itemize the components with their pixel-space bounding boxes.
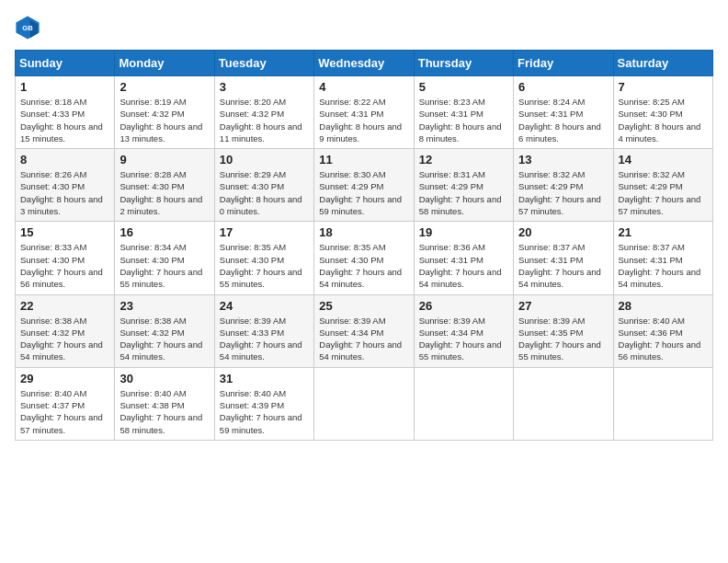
daylight-label: Daylight: 7 hours and 57 minutes.	[619, 194, 701, 216]
daylight-label: Daylight: 7 hours and 57 minutes.	[518, 194, 601, 216]
calendar-cell: 23 Sunrise: 8:38 AM Sunset: 4:32 PM Dayl…	[115, 294, 214, 367]
sunrise-label: Sunrise: 8:38 AM	[20, 316, 86, 326]
calendar-cell: 27 Sunrise: 8:39 AM Sunset: 4:35 PM Dayl…	[514, 294, 613, 367]
calendar-cell	[613, 367, 712, 440]
day-info: Sunrise: 8:23 AM Sunset: 4:31 PM Dayligh…	[419, 96, 508, 144]
weekday-header-wednesday: Wednesday	[314, 51, 414, 76]
sunrise-label: Sunrise: 8:25 AM	[619, 97, 685, 107]
daylight-label: Daylight: 8 hours and 8 minutes.	[419, 121, 502, 144]
weekday-header-thursday: Thursday	[414, 51, 513, 76]
calendar-cell: 14 Sunrise: 8:32 AM Sunset: 4:29 PM Dayl…	[613, 149, 712, 222]
daylight-label: Daylight: 7 hours and 54 minutes.	[619, 267, 701, 289]
sunrise-label: Sunrise: 8:32 AM	[518, 169, 585, 179]
sunset-label: Sunset: 4:30 PM	[220, 255, 284, 265]
day-number: 14	[619, 153, 708, 167]
day-info: Sunrise: 8:35 AM Sunset: 4:30 PM Dayligh…	[220, 241, 309, 290]
day-number: 7	[619, 80, 708, 94]
sunrise-label: Sunrise: 8:36 AM	[419, 242, 485, 252]
day-number: 2	[119, 80, 209, 94]
day-number: 8	[20, 153, 109, 167]
sunset-label: Sunset: 4:30 PM	[119, 255, 184, 265]
daylight-label: Daylight: 7 hours and 59 minutes.	[220, 412, 302, 434]
calendar-cell: 5 Sunrise: 8:23 AM Sunset: 4:31 PM Dayli…	[414, 76, 513, 149]
calendar-cell: 1 Sunrise: 8:18 AM Sunset: 4:33 PM Dayli…	[16, 76, 115, 149]
day-number: 12	[419, 153, 508, 167]
day-info: Sunrise: 8:36 AM Sunset: 4:31 PM Dayligh…	[419, 241, 508, 290]
sunset-label: Sunset: 4:32 PM	[119, 109, 184, 119]
day-number: 31	[220, 372, 309, 385]
day-info: Sunrise: 8:19 AM Sunset: 4:32 PM Dayligh…	[119, 96, 209, 144]
sunset-label: Sunset: 4:35 PM	[518, 327, 583, 338]
calendar-cell: 31 Sunrise: 8:40 AM Sunset: 4:39 PM Dayl…	[214, 367, 313, 440]
day-number: 28	[619, 299, 708, 313]
sunset-label: Sunset: 4:29 PM	[419, 181, 483, 191]
day-info: Sunrise: 8:37 AM Sunset: 4:31 PM Dayligh…	[518, 241, 608, 290]
calendar-cell: 6 Sunrise: 8:24 AM Sunset: 4:31 PM Dayli…	[514, 76, 613, 149]
sunset-label: Sunset: 4:33 PM	[220, 327, 284, 338]
sunrise-label: Sunrise: 8:39 AM	[319, 316, 385, 326]
sunrise-label: Sunrise: 8:23 AM	[419, 97, 485, 107]
weekday-header-friday: Friday	[514, 51, 613, 76]
sunset-label: Sunset: 4:34 PM	[419, 327, 483, 338]
calendar-cell	[514, 367, 613, 440]
sunrise-label: Sunrise: 8:24 AM	[518, 97, 585, 107]
daylight-label: Daylight: 8 hours and 11 minutes.	[220, 121, 302, 144]
calendar-cell: 12 Sunrise: 8:31 AM Sunset: 4:29 PM Dayl…	[414, 149, 513, 222]
day-info: Sunrise: 8:35 AM Sunset: 4:30 PM Dayligh…	[319, 241, 408, 290]
day-number: 11	[319, 153, 408, 167]
calendar-header: SundayMondayTuesdayWednesdayThursdayFrid…	[16, 51, 713, 76]
calendar-cell: 22 Sunrise: 8:38 AM Sunset: 4:32 PM Dayl…	[16, 294, 115, 367]
day-number: 29	[20, 372, 109, 385]
day-number: 1	[20, 80, 109, 94]
svg-text:GB: GB	[22, 24, 33, 32]
day-info: Sunrise: 8:40 AM Sunset: 4:39 PM Dayligh…	[220, 387, 309, 436]
daylight-label: Daylight: 8 hours and 0 minutes.	[220, 194, 302, 216]
day-number: 27	[518, 299, 608, 313]
sunrise-label: Sunrise: 8:33 AM	[20, 242, 86, 252]
sunrise-label: Sunrise: 8:40 AM	[119, 388, 186, 398]
daylight-label: Daylight: 7 hours and 54 minutes.	[220, 339, 302, 362]
day-number: 30	[119, 372, 209, 385]
calendar-cell: 11 Sunrise: 8:30 AM Sunset: 4:29 PM Dayl…	[314, 149, 414, 222]
day-info: Sunrise: 8:40 AM Sunset: 4:38 PM Dayligh…	[119, 387, 209, 436]
calendar-week-4: 22 Sunrise: 8:38 AM Sunset: 4:32 PM Dayl…	[16, 294, 713, 367]
day-info: Sunrise: 8:24 AM Sunset: 4:31 PM Dayligh…	[518, 96, 608, 144]
day-number: 3	[220, 80, 309, 94]
sunset-label: Sunset: 4:37 PM	[20, 400, 85, 410]
weekday-header-sunday: Sunday	[16, 51, 115, 76]
sunrise-label: Sunrise: 8:18 AM	[20, 97, 86, 107]
day-info: Sunrise: 8:26 AM Sunset: 4:30 PM Dayligh…	[20, 168, 109, 217]
day-number: 16	[119, 225, 209, 239]
day-info: Sunrise: 8:40 AM Sunset: 4:37 PM Dayligh…	[20, 387, 109, 436]
day-info: Sunrise: 8:37 AM Sunset: 4:31 PM Dayligh…	[619, 241, 708, 290]
sunrise-label: Sunrise: 8:32 AM	[619, 169, 685, 179]
day-info: Sunrise: 8:22 AM Sunset: 4:31 PM Dayligh…	[319, 96, 408, 144]
daylight-label: Daylight: 7 hours and 54 minutes.	[20, 339, 103, 362]
day-info: Sunrise: 8:33 AM Sunset: 4:30 PM Dayligh…	[20, 241, 109, 290]
daylight-label: Daylight: 8 hours and 2 minutes.	[119, 194, 202, 216]
sunrise-label: Sunrise: 8:29 AM	[220, 169, 286, 179]
day-info: Sunrise: 8:34 AM Sunset: 4:30 PM Dayligh…	[119, 241, 209, 290]
daylight-label: Daylight: 7 hours and 57 minutes.	[20, 412, 103, 434]
sunrise-label: Sunrise: 8:30 AM	[319, 169, 385, 179]
daylight-label: Daylight: 7 hours and 56 minutes.	[619, 339, 701, 362]
sunrise-label: Sunrise: 8:40 AM	[619, 316, 685, 326]
calendar-cell: 20 Sunrise: 8:37 AM Sunset: 4:31 PM Dayl…	[514, 222, 613, 294]
calendar-cell: 16 Sunrise: 8:34 AM Sunset: 4:30 PM Dayl…	[115, 222, 214, 294]
calendar-week-5: 29 Sunrise: 8:40 AM Sunset: 4:37 PM Dayl…	[16, 367, 713, 440]
calendar-cell: 18 Sunrise: 8:35 AM Sunset: 4:30 PM Dayl…	[314, 222, 414, 294]
calendar-cell: 17 Sunrise: 8:35 AM Sunset: 4:30 PM Dayl…	[214, 222, 313, 294]
calendar-cell: 30 Sunrise: 8:40 AM Sunset: 4:38 PM Dayl…	[115, 367, 214, 440]
calendar-cell	[414, 367, 513, 440]
day-number: 18	[319, 225, 408, 239]
day-number: 25	[319, 299, 408, 313]
calendar-cell: 28 Sunrise: 8:40 AM Sunset: 4:36 PM Dayl…	[613, 294, 712, 367]
daylight-label: Daylight: 8 hours and 4 minutes.	[619, 121, 701, 144]
sunset-label: Sunset: 4:32 PM	[20, 327, 85, 338]
logo-icon: GB	[15, 15, 40, 40]
daylight-label: Daylight: 7 hours and 59 minutes.	[319, 194, 402, 216]
day-info: Sunrise: 8:39 AM Sunset: 4:34 PM Dayligh…	[319, 315, 408, 363]
day-info: Sunrise: 8:40 AM Sunset: 4:36 PM Dayligh…	[619, 315, 708, 363]
sunset-label: Sunset: 4:30 PM	[619, 109, 683, 119]
calendar-cell: 7 Sunrise: 8:25 AM Sunset: 4:30 PM Dayli…	[613, 76, 712, 149]
